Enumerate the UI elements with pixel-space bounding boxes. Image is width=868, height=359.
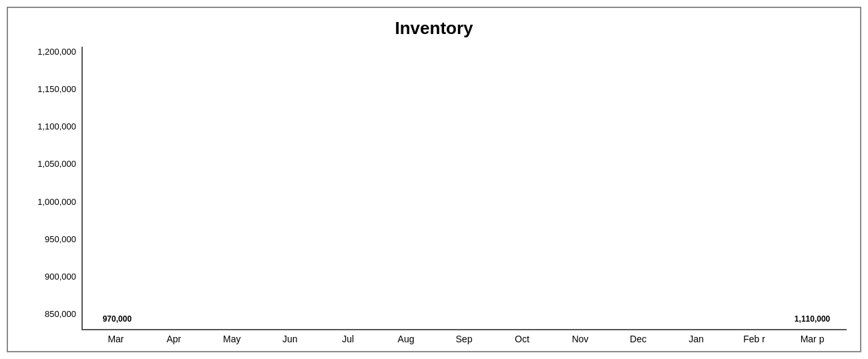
- x-axis-label: Nov: [552, 334, 608, 344]
- y-axis-label: 1,200,000: [37, 47, 76, 57]
- y-axis-label: 900,000: [45, 272, 76, 282]
- x-axis-label: Jul: [320, 334, 376, 344]
- x-axis-label: Feb r: [726, 334, 782, 344]
- x-axis-label: Mar: [88, 334, 144, 344]
- y-axis-label: 950,000: [45, 234, 76, 244]
- x-axis-label: Sep: [437, 334, 492, 344]
- x-axis-label: May: [204, 334, 260, 344]
- chart-body: 1,200,0001,150,0001,100,0001,050,0001,00…: [21, 47, 847, 344]
- chart-plot: 970,0001,110,000 MarAprMayJunJulAugSepOc…: [81, 47, 847, 344]
- bars-area: 970,0001,110,000: [81, 47, 847, 330]
- x-axis-label: Jan: [668, 334, 724, 344]
- chart-title: Inventory: [21, 18, 847, 39]
- y-axis-label: 850,000: [45, 309, 76, 319]
- x-axis-label: Oct: [494, 334, 550, 344]
- x-axis-label: Jun: [262, 334, 318, 344]
- x-axis-label: Dec: [610, 334, 666, 344]
- y-axis: 1,200,0001,150,0001,100,0001,050,0001,00…: [21, 47, 81, 344]
- x-axis-label: Aug: [379, 334, 434, 344]
- y-axis-label: 1,050,000: [37, 159, 76, 169]
- y-axis-label: 1,100,000: [37, 121, 76, 131]
- chart-container: Inventory 1,200,0001,150,0001,100,0001,0…: [7, 7, 861, 352]
- bar-value-label: 1,110,000: [795, 314, 830, 324]
- y-axis-label: 1,000,000: [37, 197, 76, 207]
- x-axis-label: Apr: [146, 334, 202, 344]
- bar-value-label: 970,000: [103, 314, 132, 324]
- y-axis-label: 1,150,000: [37, 84, 76, 94]
- x-axis-label: Mar p: [785, 334, 840, 344]
- x-labels: MarAprMayJunJulAugSepOctNovDecJanFeb rMa…: [81, 330, 847, 344]
